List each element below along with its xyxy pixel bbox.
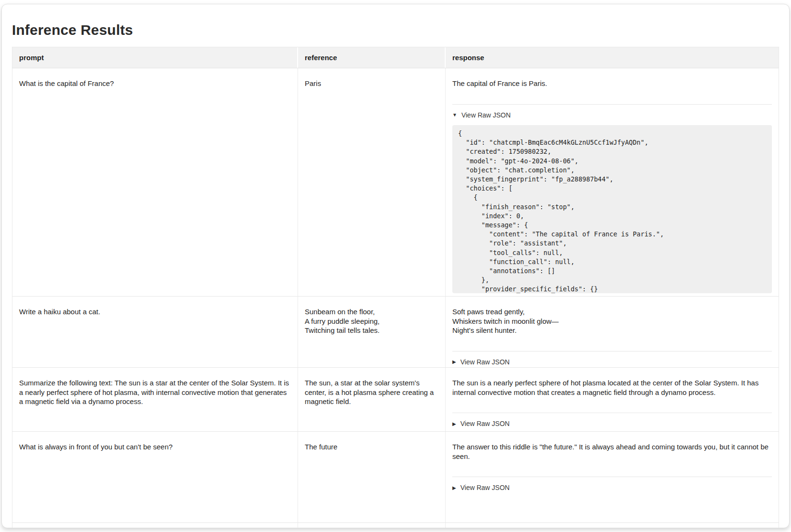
view-raw-json-toggle[interactable]: ▶View Raw JSON (452, 351, 772, 367)
table-row (12, 523, 779, 528)
reference-cell: Paris (298, 68, 446, 296)
reference-text: Paris (305, 79, 438, 88)
caret-down-icon: ▼ (452, 113, 457, 117)
prompt-cell: What is always in front of you but can't… (12, 432, 298, 522)
caret-right-icon: ▶ (452, 486, 456, 490)
view-raw-json-toggle[interactable]: ▼View Raw JSON (452, 104, 772, 120)
reference-cell: The future (298, 432, 446, 522)
table-row: Write a haiku about a cat.Sunbeam on the… (12, 297, 779, 368)
view-raw-json-label: View Raw JSON (460, 419, 510, 429)
table-row: What is the capital of France?ParisThe c… (12, 68, 779, 297)
response-cell: The answer to this riddle is "the future… (446, 432, 779, 522)
caret-right-icon: ▶ (452, 360, 456, 364)
prompt-text: What is the capital of France? (19, 79, 291, 88)
view-raw-json-toggle[interactable]: ▶View Raw JSON (452, 477, 772, 493)
table-row: Summarize the following text: The sun is… (12, 368, 779, 432)
column-header-response: response (446, 47, 779, 68)
column-header-reference: reference (298, 47, 446, 68)
empty-cell (446, 523, 779, 528)
results-card: Inference Results prompt reference respo… (1, 4, 790, 528)
empty-cell (12, 523, 298, 528)
response-text: Soft paws tread gently, Whiskers twitch … (452, 307, 772, 335)
empty-cell (298, 523, 446, 528)
prompt-cell: Summarize the following text: The sun is… (12, 368, 298, 431)
reference-text: The future (305, 442, 438, 452)
column-header-prompt: prompt (12, 47, 298, 68)
view-raw-json-toggle[interactable]: ▶View Raw JSON (452, 413, 772, 429)
reference-text: Sunbeam on the floor, A furry puddle sle… (305, 307, 438, 335)
response-cell: The capital of France is Paris.▼View Raw… (446, 68, 779, 296)
prompt-text: Summarize the following text: The sun is… (19, 378, 291, 406)
inference-results-table: prompt reference response What is the ca… (12, 47, 779, 528)
response-text: The capital of France is Paris. (452, 79, 772, 88)
response-text: The answer to this riddle is "the future… (452, 442, 772, 461)
prompt-cell: Write a haiku about a cat. (12, 297, 298, 367)
response-cell: Soft paws tread gently, Whiskers twitch … (446, 297, 779, 367)
response-cell: The sun is a nearly perfect sphere of ho… (446, 368, 779, 431)
view-raw-json-label: View Raw JSON (461, 111, 511, 120)
response-text: The sun is a nearly perfect sphere of ho… (452, 378, 772, 397)
table-body: What is the capital of France?ParisThe c… (12, 68, 779, 528)
reference-cell: Sunbeam on the floor, A furry puddle sle… (298, 297, 446, 367)
view-raw-json-label: View Raw JSON (460, 483, 510, 493)
prompt-cell: What is the capital of France? (12, 68, 298, 296)
table-row: What is always in front of you but can't… (12, 432, 779, 523)
reference-cell: The sun, a star at the solar system's ce… (298, 368, 446, 431)
prompt-text: Write a haiku about a cat. (19, 307, 291, 317)
reference-text: The sun, a star at the solar system's ce… (305, 378, 438, 406)
table-header-row: prompt reference response (12, 47, 779, 68)
caret-right-icon: ▶ (452, 422, 456, 426)
raw-json-block[interactable]: { "id": "chatcmpl-BmqEac6cM4kGLznU5Ccf1w… (452, 125, 772, 293)
prompt-text: What is always in front of you but can't… (19, 442, 291, 452)
view-raw-json-label: View Raw JSON (460, 358, 510, 367)
page-title: Inference Results (12, 22, 779, 38)
